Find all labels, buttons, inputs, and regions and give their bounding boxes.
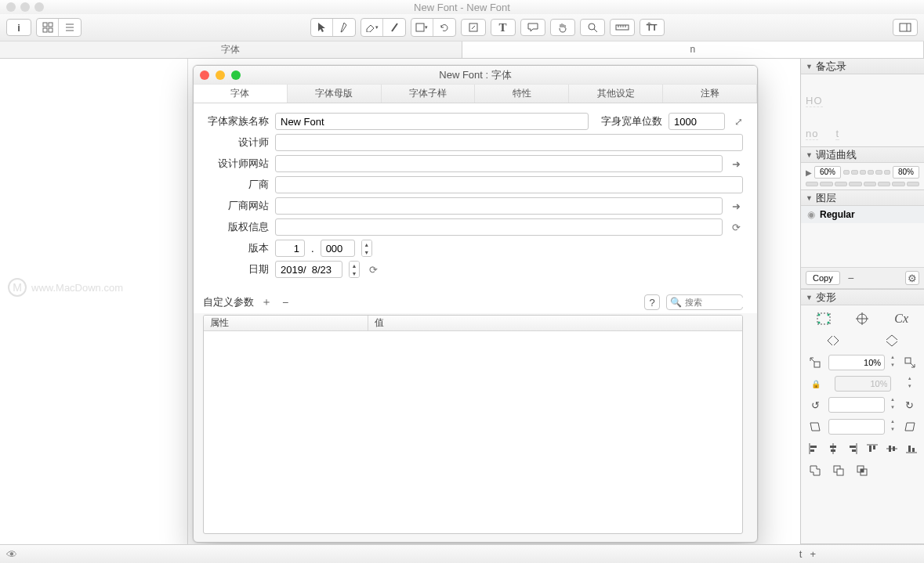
memo-section-header[interactable]: ▼备忘录 (801, 59, 924, 74)
param-search[interactable]: 🔍 (666, 294, 743, 310)
curve-low-value[interactable]: 60% (814, 166, 841, 179)
test-tool-button[interactable]: T̂T (640, 19, 665, 36)
bool-subtract-button[interactable] (829, 462, 848, 479)
scale-out-button[interactable] (806, 354, 824, 371)
flip-h-button[interactable] (824, 332, 842, 349)
lock-icon[interactable]: 🔒 (811, 380, 821, 388)
minimize-window-icon[interactable] (20, 2, 30, 12)
layer-row[interactable]: ◉ Regular (801, 206, 924, 223)
tab-notes[interactable]: 注释 (663, 85, 757, 103)
goto-url-icon[interactable]: ➜ (729, 157, 743, 171)
refresh-icon[interactable]: ⟳ (729, 220, 743, 234)
text-tool-button[interactable]: T (491, 19, 516, 36)
param-search-input[interactable] (685, 298, 758, 307)
zoom-tool-button[interactable] (580, 19, 605, 36)
help-button[interactable]: ? (644, 294, 660, 310)
layer-options-button[interactable]: ⚙ (905, 271, 919, 285)
add-param-button[interactable]: ＋ (260, 296, 273, 309)
rotate-ccw-button[interactable]: ↺ (806, 396, 824, 413)
zoom-window-icon[interactable] (34, 2, 44, 12)
copyright-input[interactable] (275, 218, 723, 236)
align-left-button[interactable] (806, 440, 822, 457)
family-name-input[interactable] (275, 113, 589, 130)
align-top-button[interactable] (864, 440, 880, 457)
panel-toggle-button[interactable] (893, 19, 918, 36)
eye-icon[interactable]: ◉ (807, 209, 815, 220)
vendor-url-input[interactable] (275, 197, 723, 215)
knife-tool-button[interactable] (383, 19, 405, 36)
rotate-input[interactable] (828, 397, 885, 413)
dialog-minimize-icon[interactable] (216, 70, 225, 80)
scale-x-stepper[interactable]: ▲▼ (889, 355, 897, 370)
tab-instances[interactable]: 字体子样 (382, 85, 476, 103)
dialog-titlebar[interactable]: New Font : 字体 (194, 66, 757, 85)
align-bottom-button[interactable] (903, 440, 919, 457)
cursive-button[interactable]: Cx (892, 310, 911, 327)
designer-url-input[interactable] (275, 155, 723, 172)
tab-font-info[interactable]: 字体 (194, 85, 288, 103)
curve-slider-2[interactable] (806, 182, 919, 186)
refresh-date-icon[interactable]: ⟳ (366, 262, 380, 276)
bool-union-button[interactable] (806, 462, 824, 479)
align-center-button[interactable] (853, 310, 871, 327)
col-value[interactable]: 值 (368, 316, 742, 330)
primitive-tool-button[interactable]: ▾ (411, 19, 433, 36)
align-hcenter-button[interactable] (825, 440, 842, 457)
measure-tool-button[interactable] (610, 19, 635, 36)
draw-tool-button[interactable] (333, 19, 355, 36)
goto-url-icon[interactable]: ➜ (729, 199, 743, 213)
tab-glyph-n[interactable]: n (462, 42, 925, 58)
tab-font[interactable]: 字体 (0, 42, 462, 58)
scale-in-button[interactable] (900, 354, 919, 371)
expand-icon[interactable]: ⤢ (734, 116, 743, 128)
hand-tool-button[interactable] (550, 19, 575, 36)
scale-tool-button[interactable] (461, 19, 486, 36)
tab-other[interactable]: 其他设定 (569, 85, 663, 103)
tab-features[interactable]: 特性 (475, 85, 569, 103)
date-stepper[interactable]: ▲▼ (349, 261, 360, 278)
annotate-tool-button[interactable] (520, 19, 545, 36)
erase-tool-button[interactable]: ▾ (361, 19, 383, 36)
curve-slider[interactable] (843, 170, 890, 175)
select-tool-button[interactable] (311, 19, 333, 36)
grid-view-button[interactable] (37, 19, 59, 36)
rotate-stepper[interactable]: ▲▼ (889, 397, 897, 413)
rotate-tool-button[interactable] (433, 19, 455, 36)
skew-stepper[interactable]: ▲▼ (889, 419, 897, 435)
remove-layer-button[interactable]: − (845, 272, 857, 284)
status-add-button[interactable]: + (810, 548, 816, 560)
version-major-input[interactable] (275, 240, 305, 257)
scale-y-stepper[interactable]: ▲▼ (906, 376, 914, 392)
close-window-icon[interactable] (6, 2, 16, 12)
dialog-close-icon[interactable] (200, 70, 209, 80)
remove-param-button[interactable]: − (279, 296, 292, 309)
layers-section-header[interactable]: ▼图层 (801, 190, 924, 206)
skew-left-button[interactable] (806, 418, 824, 435)
curves-section-header[interactable]: ▼调适曲线 (801, 147, 924, 163)
bool-intersect-button[interactable] (853, 462, 871, 479)
transform-section-header[interactable]: ▼变形 (801, 290, 924, 305)
curve-high-value[interactable]: 80% (893, 166, 919, 179)
preview-eye-icon[interactable]: 👁 (6, 548, 17, 561)
play-icon[interactable]: ▶ (806, 168, 812, 177)
col-attribute[interactable]: 属性 (204, 316, 368, 330)
dialog-zoom-icon[interactable] (231, 70, 241, 80)
version-minor-input[interactable] (321, 240, 355, 257)
copy-layer-button[interactable]: Copy (806, 271, 840, 285)
align-vcenter-button[interactable] (883, 440, 900, 457)
version-stepper[interactable]: ▲▼ (361, 240, 372, 257)
mirror-h-button[interactable] (814, 310, 833, 327)
list-view-button[interactable] (59, 19, 81, 36)
skew-input[interactable] (828, 419, 885, 435)
upm-input[interactable] (669, 113, 725, 130)
scale-x-input[interactable] (828, 355, 885, 370)
flip-v-button[interactable] (882, 332, 901, 349)
tab-masters[interactable]: 字体母版 (288, 85, 382, 103)
align-right-button[interactable] (845, 440, 861, 457)
rotate-cw-button[interactable]: ↻ (900, 396, 919, 413)
vendor-input[interactable] (275, 176, 743, 193)
custom-params-table[interactable]: 属性 值 (203, 315, 743, 534)
info-button[interactable]: i (6, 19, 31, 36)
designer-input[interactable] (275, 134, 743, 151)
date-input[interactable] (275, 261, 342, 278)
